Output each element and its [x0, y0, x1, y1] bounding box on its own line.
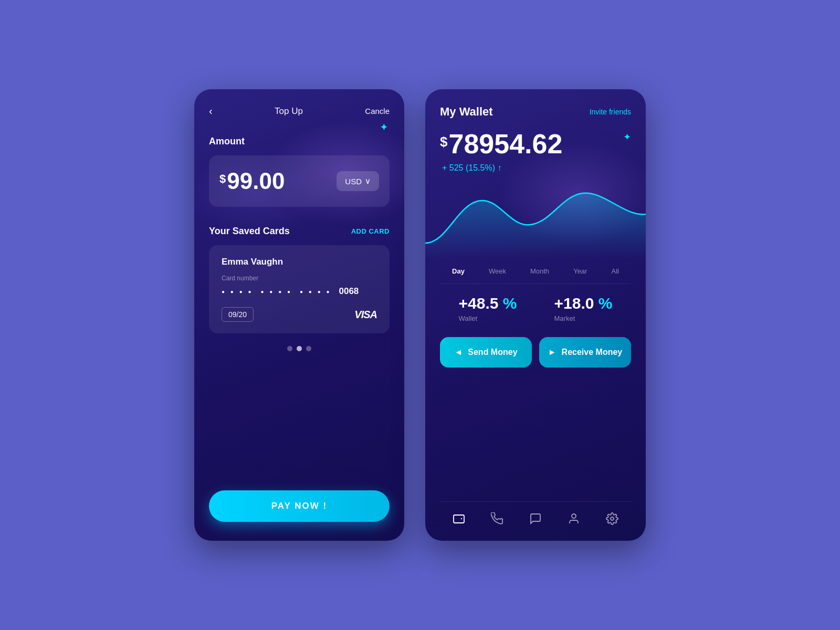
card-dots-2: ● ● ● ●	[261, 289, 293, 295]
tab-day[interactable]: Day	[448, 265, 469, 277]
card-brand: VISA	[354, 309, 377, 321]
amount-number: 99.00	[227, 168, 285, 194]
amount-box: $ 99.00 USD ∨	[209, 155, 390, 207]
wallet-nav-icon[interactable]	[453, 512, 465, 528]
wallet-screen: ✦ My Wallet Invite friends $ 78954.62 + …	[425, 89, 646, 541]
settings-nav-icon[interactable]	[606, 512, 618, 528]
invite-friends-link[interactable]: Invite friends	[590, 108, 631, 116]
card-number-label: Card number	[222, 275, 377, 282]
balance-section: $ 78954.62 + 525 (15.5%) ↑	[440, 129, 631, 173]
dot-1	[287, 346, 292, 351]
tab-month[interactable]: Month	[526, 265, 553, 277]
amount-display: $ 99.00	[219, 168, 285, 194]
balance-display: $ 78954.62	[440, 129, 631, 159]
wallet-stat-label: Wallet	[459, 314, 517, 322]
receive-money-label: Receive Money	[562, 348, 623, 357]
market-stat: +18.0 % Market	[554, 295, 613, 322]
wallet-stat-value: +48.5 %	[459, 295, 517, 312]
wallet-title: My Wallet	[440, 105, 493, 119]
dot-3	[306, 346, 311, 351]
saved-cards-header: Your Saved Cards ADD CARD	[209, 226, 390, 237]
wallet-percent: %	[503, 295, 517, 312]
pay-now-button[interactable]: PAY NOW !	[209, 490, 390, 522]
top-up-screen: ✦ ‹ Top Up Cancle Amount $ 99.00 USD ∨ Y…	[194, 89, 404, 541]
screen-title: Top Up	[275, 106, 303, 117]
receive-money-button[interactable]: ► Receive Money	[539, 337, 631, 368]
back-button[interactable]: ‹	[209, 105, 213, 117]
chevron-down-icon: ∨	[365, 176, 371, 186]
chat-nav-icon[interactable]	[529, 512, 542, 528]
svg-point-1	[572, 514, 576, 518]
receive-icon: ►	[548, 348, 556, 357]
time-period-tabs: Day Week Month Year All	[440, 259, 631, 284]
card-dots-3: ● ● ● ●	[300, 289, 332, 295]
currency-selector[interactable]: USD ∨	[337, 171, 379, 191]
user-nav-icon[interactable]	[568, 512, 580, 528]
tab-all[interactable]: All	[607, 265, 623, 277]
svg-rect-0	[454, 515, 464, 523]
currency-symbol: $	[219, 172, 226, 186]
market-stat-value: +18.0 %	[554, 295, 613, 312]
send-money-label: Send Money	[468, 348, 517, 357]
bottom-navigation	[440, 501, 631, 541]
nav-bar: ‹ Top Up Cancle	[209, 105, 390, 117]
action-buttons: ◄ Send Money ► Receive Money	[440, 337, 631, 368]
card-holder-name: Emma Vaughn	[222, 257, 377, 267]
balance-currency-symbol: $	[440, 134, 447, 150]
wallet-stat: +48.5 % Wallet	[459, 295, 517, 322]
market-stat-label: Market	[554, 314, 613, 322]
svg-point-2	[611, 517, 614, 520]
saved-cards-label: Your Saved Cards	[209, 226, 290, 237]
send-money-button[interactable]: ◄ Send Money	[440, 337, 532, 368]
card-pagination	[209, 346, 390, 351]
dot-2	[297, 346, 302, 351]
balance-number: 78954.62	[448, 129, 562, 159]
card-dots-1: ● ● ● ●	[222, 289, 254, 295]
balance-change: + 525 (15.5%) ↑	[442, 163, 631, 173]
amount-label: Amount	[209, 136, 390, 147]
wallet-header: My Wallet Invite friends	[440, 105, 631, 119]
card-bottom-row: 09/20 VISA	[222, 307, 377, 322]
add-card-button[interactable]: ADD CARD	[351, 227, 390, 235]
phone-nav-icon[interactable]	[491, 512, 503, 528]
star-decoration: ✦	[380, 121, 388, 133]
card-last4: 0068	[339, 286, 359, 297]
currency-value: USD	[345, 177, 362, 186]
tab-year[interactable]: Year	[569, 265, 591, 277]
saved-card[interactable]: Emma Vaughn Card number ● ● ● ● ● ● ● ● …	[209, 245, 390, 333]
balance-chart	[425, 175, 646, 259]
market-percent: %	[598, 295, 613, 312]
card-number-row: ● ● ● ● ● ● ● ● ● ● ● ● 0068	[222, 286, 377, 297]
send-icon: ◄	[454, 348, 463, 357]
tab-week[interactable]: Week	[485, 265, 510, 277]
cancel-button[interactable]: Cancle	[365, 107, 390, 116]
stats-row: +48.5 % Wallet +18.0 % Market	[440, 295, 631, 322]
card-expiry: 09/20	[222, 307, 254, 322]
chart-svg	[425, 175, 646, 259]
